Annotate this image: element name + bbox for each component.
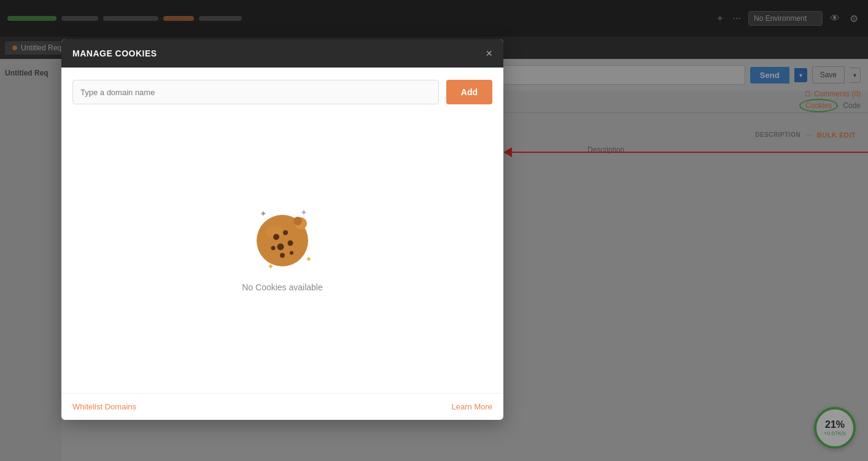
modal-close-button[interactable]: × (486, 48, 492, 59)
domain-input-row: Add (72, 80, 492, 104)
svg-point-2 (273, 234, 279, 240)
modal-body: Add ✦ ✦ ✦ ✦ (61, 68, 503, 393)
add-domain-button[interactable]: Add (446, 80, 492, 104)
modal-header: MANAGE COOKIES × (61, 39, 503, 68)
svg-point-7 (290, 251, 293, 255)
manage-cookies-modal: MANAGE COOKIES × Add ✦ ✦ ✦ ✦ (61, 39, 503, 420)
svg-point-4 (277, 244, 284, 250)
sparkle-icon-1: ✦ (260, 209, 267, 219)
modal-overlay: MANAGE COOKIES × Add ✦ ✦ ✦ ✦ (0, 0, 868, 461)
svg-point-6 (271, 246, 276, 250)
svg-point-3 (283, 230, 288, 235)
sparkle-icon-4: ✦ (267, 261, 274, 271)
sparkle-icon-2: ✦ (300, 207, 308, 217)
svg-point-10 (293, 217, 302, 225)
modal-footer: Whitelist Domains Learn More (61, 393, 503, 420)
whitelist-domains-link[interactable]: Whitelist Domains (72, 402, 136, 411)
empty-state: ✦ ✦ ✦ ✦ (242, 117, 323, 381)
learn-more-link[interactable]: Learn More (452, 402, 492, 411)
svg-point-8 (280, 253, 285, 258)
domain-name-input[interactable] (72, 80, 439, 104)
no-cookies-text: No Cookies available (242, 282, 323, 292)
cookie-illustration: ✦ ✦ ✦ ✦ (249, 205, 316, 273)
svg-point-5 (288, 241, 293, 246)
modal-title: MANAGE COOKIES (72, 48, 157, 58)
sparkle-icon-3: ✦ (305, 254, 312, 264)
